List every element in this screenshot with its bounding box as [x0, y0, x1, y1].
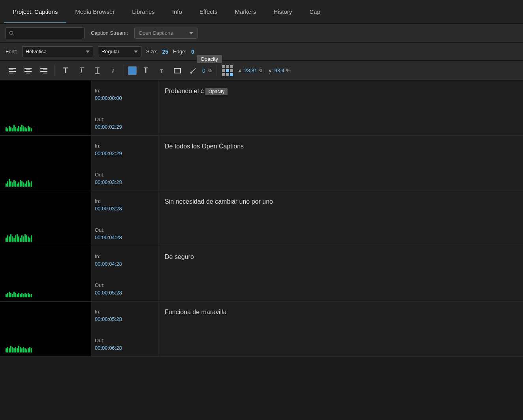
caption-list: In: 00:00:00:00 Out: 00:00:02:29 Proband…: [0, 81, 523, 420]
eyedropper-button[interactable]: [186, 64, 200, 77]
tab-libraries[interactable]: Libraries: [123, 0, 164, 23]
in-time[interactable]: 00:00:05:28: [95, 316, 154, 322]
text-italic-button[interactable]: T: [75, 64, 88, 77]
in-time[interactable]: 00:00:03:28: [95, 206, 154, 212]
svg-rect-7: [26, 69, 30, 70]
caption-text[interactable]: Probando el cOpacity: [158, 81, 523, 135]
align-left-icon: [9, 68, 16, 73]
color-box[interactable]: [128, 66, 137, 75]
search-icon: [9, 30, 14, 36]
out-time[interactable]: 00:00:03:28: [95, 179, 154, 185]
tab-effects[interactable]: Effects: [191, 0, 226, 23]
tab-info[interactable]: Info: [164, 0, 191, 23]
music-note-button[interactable]: ♪: [106, 64, 120, 77]
font-style-select[interactable]: Regular: [98, 46, 141, 57]
in-time[interactable]: 00:00:02:29: [95, 150, 154, 156]
out-timecode-pair: Out: 00:00:02:29: [95, 116, 154, 130]
text-upper-button[interactable]: T: [139, 64, 152, 77]
svg-rect-6: [24, 68, 32, 69]
tab-bar: Project: Captions Media Browser Librarie…: [0, 0, 523, 24]
text-normal-button[interactable]: T: [59, 64, 72, 77]
caption-row[interactable]: In: 00:00:05:28 Out: 00:00:06:28 Funcion…: [0, 302, 523, 357]
x-unit: %: [259, 68, 263, 73]
size-label: Size:: [146, 49, 158, 54]
align-right-icon: [40, 68, 47, 73]
caption-thumbnail: [0, 246, 91, 301]
caption-stream-dropdown[interactable]: Open Captions: [134, 28, 198, 39]
out-time[interactable]: 00:00:05:28: [95, 290, 154, 296]
caption-thumbnail: [0, 191, 91, 246]
edge-value[interactable]: 0: [191, 49, 194, 55]
in-time[interactable]: 00:00:00:00: [95, 95, 154, 101]
svg-rect-8: [24, 71, 32, 72]
edge-label: Edge:: [173, 49, 186, 54]
svg-rect-4: [9, 71, 16, 72]
y-label: y:: [269, 68, 273, 73]
out-time[interactable]: 00:00:06:28: [95, 345, 154, 351]
align-left-button[interactable]: [6, 64, 19, 77]
text-lower-button[interactable]: T: [155, 65, 168, 78]
caption-row[interactable]: In: 00:00:00:00 Out: 00:00:02:29 Proband…: [0, 81, 523, 136]
position-grid-icon[interactable]: [222, 65, 233, 76]
format-toolbar: T T T ♪ T T: [0, 61, 523, 81]
text-underline-button[interactable]: T: [90, 64, 104, 77]
out-label: Out:: [95, 338, 154, 343]
tab-media-browser[interactable]: Media Browser: [66, 0, 123, 23]
white-square-button[interactable]: [171, 64, 184, 77]
caption-row[interactable]: In: 00:00:03:28 Out: 00:00:04:28 Sin nec…: [0, 191, 523, 246]
align-center-icon: [24, 68, 32, 73]
in-timecode-pair: In: 00:00:04:28: [95, 253, 154, 267]
font-family-select[interactable]: Helvetica: [22, 46, 93, 57]
caption-row[interactable]: In: 00:00:02:29 Out: 00:00:03:28 De todo…: [0, 136, 523, 191]
separator-3: [216, 65, 216, 76]
tab-markers[interactable]: Markers: [226, 0, 265, 23]
svg-rect-11: [43, 69, 47, 70]
text-italic-icon: T: [79, 66, 84, 75]
text-lower-icon: T: [160, 69, 163, 74]
caption-timecodes: In: 00:00:04:28 Out: 00:00:05:28: [91, 246, 158, 301]
opacity-pct: %: [208, 68, 213, 73]
align-right-button[interactable]: [37, 64, 51, 77]
font-chevron-icon: [86, 51, 90, 53]
font-toolbar: Font: Helvetica Regular Size: 25 Edge: 0: [0, 43, 523, 61]
main-content: Caption Stream: Open Captions Font: Helv…: [0, 24, 523, 420]
svg-rect-5: [9, 73, 13, 73]
out-time[interactable]: 00:00:04:28: [95, 234, 154, 240]
in-label: In:: [95, 88, 154, 94]
size-value[interactable]: 25: [162, 49, 169, 55]
tab-cap[interactable]: Cap: [301, 0, 329, 23]
waveform: [6, 128, 37, 131]
text-underline-icon: T: [95, 66, 100, 75]
in-time[interactable]: 00:00:04:28: [95, 261, 154, 267]
caption-row[interactable]: In: 00:00:04:28 Out: 00:00:05:28 De segu…: [0, 246, 523, 302]
in-label: In:: [95, 198, 154, 204]
tab-history[interactable]: History: [265, 0, 301, 23]
x-value[interactable]: 28,81: [244, 68, 257, 73]
xy-coordinates: x: 28,81 % y: 93,4 %: [239, 68, 290, 73]
out-time[interactable]: 00:00:02:29: [95, 124, 154, 130]
text-normal-icon: T: [63, 66, 68, 75]
opacity-value[interactable]: 0: [202, 68, 205, 74]
waveform: [6, 294, 37, 297]
search-input[interactable]: [17, 30, 81, 36]
opacity-container: 0 Opacity: [202, 68, 205, 74]
caption-thumbnail: [0, 136, 91, 191]
caption-text[interactable]: Funciona de maravilla: [158, 302, 523, 356]
in-label: In:: [95, 253, 154, 259]
align-center-button[interactable]: [21, 64, 35, 77]
separator-1: [55, 65, 55, 76]
in-timecode-pair: In: 00:00:02:29: [95, 143, 154, 156]
out-timecode-pair: Out: 00:00:05:28: [95, 282, 154, 296]
caption-text[interactable]: De seguro: [158, 246, 523, 301]
svg-point-0: [9, 31, 13, 34]
tab-project-captions[interactable]: Project: Captions: [4, 0, 66, 23]
in-timecode-pair: In: 00:00:00:00: [95, 88, 154, 101]
caption-text[interactable]: Sin necesidad de cambiar uno por uno: [158, 191, 523, 246]
out-label: Out:: [95, 172, 154, 178]
caption-text[interactable]: De todos los Open Captions: [158, 136, 523, 191]
caption-timecodes: In: 00:00:02:29 Out: 00:00:03:28: [91, 136, 158, 191]
opacity-tooltip: Opacity: [197, 55, 222, 63]
search-box[interactable]: [6, 27, 85, 39]
y-unit: %: [286, 68, 291, 73]
y-value[interactable]: 93,4: [275, 68, 284, 73]
